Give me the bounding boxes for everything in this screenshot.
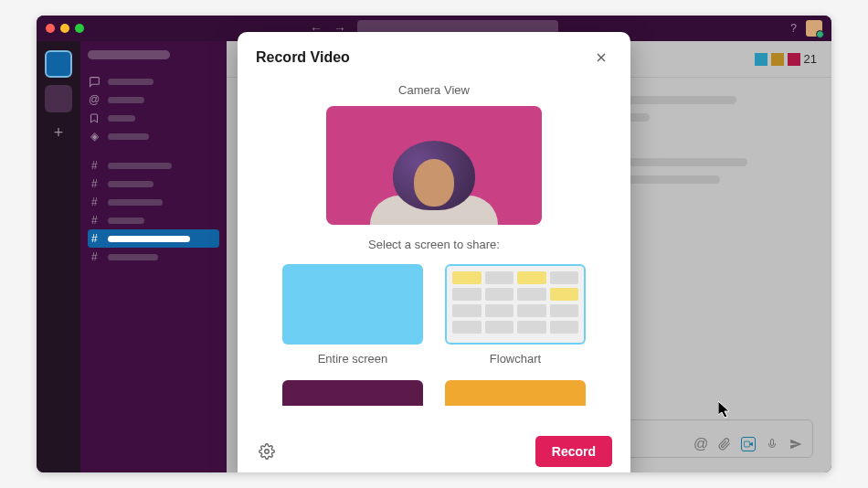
modal-title: Record Video [256, 49, 350, 66]
add-workspace-button[interactable]: + [46, 120, 71, 145]
screen-option-label: Entire screen [280, 352, 426, 366]
connect-icon: ◈ [88, 130, 101, 143]
screen-option-label: Flowchart [442, 352, 588, 366]
sidebar-item-threads[interactable] [88, 72, 219, 90]
entire-screen-thumbnail [282, 264, 423, 345]
hash-icon: # [91, 177, 101, 190]
record-button[interactable]: Record [535, 436, 612, 467]
modal-footer: Record [238, 425, 630, 472]
channel-item[interactable]: # [88, 193, 219, 211]
screen-option-entire[interactable]: Entire screen [280, 264, 426, 366]
workspace-rail: + [37, 41, 80, 472]
sidebar-item-mentions[interactable]: @ [88, 90, 219, 109]
bookmark-icon [88, 111, 101, 124]
sidebar-item-connect[interactable]: ◈ [88, 127, 219, 145]
channel-item[interactable]: # [88, 156, 219, 175]
app-window: ← → ? + @ [37, 16, 831, 472]
channel-sidebar: @ ◈ # # # [80, 41, 227, 472]
channel-item[interactable]: # [88, 175, 219, 193]
sidebar-item-saved[interactable] [88, 109, 219, 127]
channel-item-active[interactable]: # [88, 229, 219, 248]
modal-header: Record Video [238, 32, 630, 78]
help-icon[interactable]: ? [790, 22, 797, 35]
person-preview [361, 133, 507, 225]
record-video-modal: Record Video Camera View Select a screen… [238, 32, 630, 472]
screen-option-partial[interactable] [442, 380, 588, 406]
window-controls [46, 24, 84, 33]
maximize-window-button[interactable] [75, 24, 84, 33]
camera-preview [326, 106, 542, 225]
hash-icon: # [91, 214, 101, 227]
close-button[interactable] [590, 47, 612, 69]
screen-select-label: Select a screen to share: [256, 238, 612, 251]
hash-icon: # [91, 232, 101, 245]
partial-thumbnail [445, 380, 586, 406]
partial-thumbnail [282, 380, 423, 406]
workspace-item-active[interactable] [45, 50, 72, 78]
workspace-name[interactable] [88, 50, 170, 59]
at-icon: @ [88, 93, 101, 106]
avatar[interactable] [806, 20, 822, 37]
workspace-item[interactable] [45, 85, 72, 112]
hash-icon: # [91, 196, 101, 208]
screen-option-partial[interactable] [280, 380, 426, 406]
hash-icon: # [91, 250, 101, 263]
channel-item[interactable]: # [88, 248, 219, 266]
gear-icon [259, 443, 275, 460]
close-window-button[interactable] [46, 24, 55, 33]
flowchart-thumbnail [445, 264, 586, 345]
hash-icon: # [91, 159, 101, 172]
screen-option-flowchart[interactable]: Flowchart [442, 264, 588, 366]
minimize-window-button[interactable] [60, 24, 69, 33]
svg-point-3 [265, 450, 270, 454]
threads-icon [88, 75, 101, 88]
channel-item[interactable]: # [88, 211, 219, 229]
settings-button[interactable] [256, 440, 278, 462]
camera-view-label: Camera View [256, 83, 612, 97]
modal-body: Camera View Select a screen to share: En… [238, 78, 630, 425]
